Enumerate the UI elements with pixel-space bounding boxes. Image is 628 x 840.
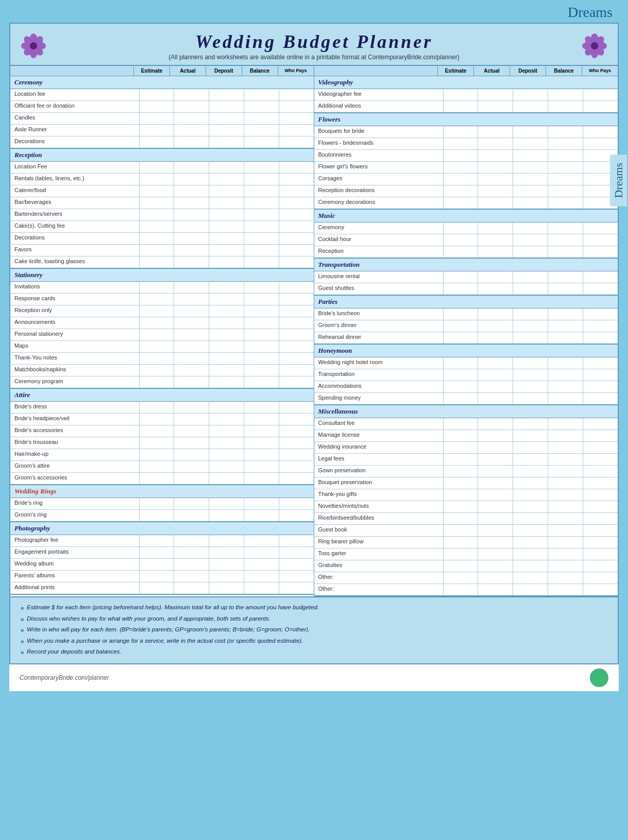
table-row: Bride's luncheon bbox=[314, 308, 618, 320]
main-title: Wedding Budget Planner bbox=[46, 31, 582, 53]
green-circle-icon bbox=[590, 668, 608, 687]
dreams-side-label: Dreams bbox=[610, 155, 628, 206]
table-row: Cake(s), Cutting fee bbox=[10, 221, 314, 233]
table-row: Transportation bbox=[314, 369, 618, 381]
table-row: Officiant fee or donation bbox=[10, 101, 314, 113]
main-container: Wedding Budget Planner (All planners and… bbox=[9, 23, 619, 664]
footer-note-3: Write in who will pay for each item. (BP… bbox=[21, 625, 607, 635]
footer-notes-area: Estimate $ for each item (pricing before… bbox=[10, 596, 618, 663]
table-row: Groom's attire bbox=[10, 461, 314, 473]
table-row: Reception bbox=[314, 246, 618, 258]
table-row: Bride's trousseau bbox=[10, 437, 314, 449]
stationery-header: Stationery bbox=[10, 269, 314, 282]
table-row: Location Fee bbox=[10, 162, 314, 174]
table-row: Ceremony decorations bbox=[314, 197, 618, 209]
table-row: Rentals (tables, linens, etc.) bbox=[10, 174, 314, 185]
honeymoon-header: Honeymoon bbox=[314, 345, 618, 357]
table-row: Maps bbox=[10, 341, 314, 353]
right-actual-col: Actual bbox=[474, 66, 510, 76]
table-row: Spending money bbox=[314, 393, 618, 405]
right-col-headers: Estimate Actual Deposit Balance Who Pays bbox=[314, 66, 618, 76]
dreams-top-label: Dreams bbox=[0, 0, 628, 23]
table-row: Wedding insurance bbox=[314, 442, 618, 454]
table-row: Additional videos bbox=[314, 101, 618, 113]
right-item-col bbox=[314, 66, 438, 76]
table-row: Bride's accessories bbox=[10, 425, 314, 437]
table-row: Cake knife, toasting glasses bbox=[10, 256, 314, 268]
table-row: Other: bbox=[314, 572, 618, 584]
videography-header: Videography bbox=[314, 76, 618, 89]
attire-section: Attire Bride's dress Bride's headpiece/v… bbox=[10, 389, 314, 485]
honeymoon-section: Honeymoon Wedding night hotel room Trans… bbox=[314, 345, 618, 405]
table-row: Bouquets for bride bbox=[314, 126, 618, 138]
table-row: Matchbooks/napkins bbox=[10, 365, 314, 376]
table-row: Guest shuttles bbox=[314, 283, 618, 295]
table-row: Candles bbox=[10, 113, 314, 125]
footer-note-4: When you make a purchase or arrange for … bbox=[21, 636, 607, 646]
left-actual-col: Actual bbox=[170, 66, 206, 76]
table-row: Caterer/food bbox=[10, 185, 314, 197]
transportation-header: Transportation bbox=[314, 259, 618, 271]
table-row: Invitations bbox=[10, 282, 314, 294]
table-row: Flowers - bridesmaids bbox=[314, 138, 618, 150]
right-deposit-col: Deposit bbox=[510, 66, 546, 76]
table-row: Rehearsal dinner bbox=[314, 332, 618, 344]
table-row: Novelties/mints/nuts bbox=[314, 501, 618, 513]
table-row: Groom's ring bbox=[10, 510, 314, 522]
left-deposit-col: Deposit bbox=[206, 66, 242, 76]
music-header: Music bbox=[314, 210, 618, 222]
photography-header: Photography bbox=[10, 522, 314, 535]
table-row: Bride's dress bbox=[10, 402, 314, 414]
right-balance-col: Balance bbox=[546, 66, 582, 76]
miscellaneous-header: Miscellaneous bbox=[314, 405, 618, 418]
table-row: Corsages bbox=[314, 174, 618, 185]
table-row: Gown preservation bbox=[314, 466, 618, 477]
table-row: Parents' albums bbox=[10, 571, 314, 582]
right-whopays-col: Who Pays bbox=[582, 66, 618, 76]
videography-section: Videography Videographer fee Additional … bbox=[314, 76, 618, 113]
page-header: Wedding Budget Planner (All planners and… bbox=[10, 24, 618, 66]
left-item-col bbox=[10, 66, 134, 76]
left-balance-col: Balance bbox=[242, 66, 278, 76]
table-row: Personal stationery bbox=[10, 329, 314, 341]
table-row: Announcements bbox=[10, 317, 314, 329]
ceremony-header: Ceremony bbox=[10, 76, 314, 89]
table-row: Ceremony bbox=[314, 222, 618, 234]
svg-point-19 bbox=[591, 42, 598, 49]
table-row: Favors bbox=[10, 245, 314, 256]
table-row: Aisle Runner bbox=[10, 125, 314, 136]
table-row: Bartenders/servers bbox=[10, 209, 314, 221]
flowers-section: Flowers Bouquets for bride Flowers - bri… bbox=[314, 113, 618, 210]
miscellaneous-section: Miscellaneous Consultant fee Marriage li… bbox=[314, 405, 618, 596]
table-row: Groom's dinner bbox=[314, 320, 618, 332]
table-row: Ceremony program bbox=[10, 376, 314, 388]
table-row: Videographer fee bbox=[314, 89, 618, 101]
reception-header: Reception bbox=[10, 149, 314, 162]
footer-note-2: Discuss who wishes to pay for what with … bbox=[21, 614, 607, 624]
table-row: Decorations bbox=[10, 233, 314, 245]
table-row: Thank-you gifts bbox=[314, 489, 618, 501]
right-table: Estimate Actual Deposit Balance Who Pays… bbox=[314, 66, 618, 596]
table-row: Photographer fee bbox=[10, 535, 314, 547]
table-row: Legal fees bbox=[314, 454, 618, 466]
table-row: Ring bearer pillow bbox=[314, 537, 618, 548]
table-row: Bride's headpiece/veil bbox=[10, 414, 314, 425]
left-estimate-col: Estimate bbox=[134, 66, 170, 76]
left-whopays-col: Who Pays bbox=[278, 66, 314, 76]
table-row: Additional prints bbox=[10, 582, 314, 594]
table-row: Engagement portraits bbox=[10, 547, 314, 559]
bottom-bar: ContemporaryBride.com/planner bbox=[9, 664, 619, 691]
table-row: Boutonnieres bbox=[314, 150, 618, 162]
website-link[interactable]: ContemporaryBride.com/planner bbox=[20, 674, 109, 681]
footer-note-1: Estimate $ for each item (pricing before… bbox=[21, 603, 607, 613]
table-row: Guest book bbox=[314, 525, 618, 537]
left-col-headers: Estimate Actual Deposit Balance Who Pays bbox=[10, 66, 314, 76]
table-row: Other: bbox=[314, 584, 618, 596]
table-row: Thank-You notes bbox=[10, 353, 314, 365]
flowers-header: Flowers bbox=[314, 113, 618, 126]
table-row: Bar/beverages bbox=[10, 197, 314, 209]
header-text: Wedding Budget Planner (All planners and… bbox=[46, 31, 582, 61]
parties-header: Parties bbox=[314, 296, 618, 308]
table-row: Response cards bbox=[10, 294, 314, 305]
flower-left-icon bbox=[21, 33, 46, 59]
